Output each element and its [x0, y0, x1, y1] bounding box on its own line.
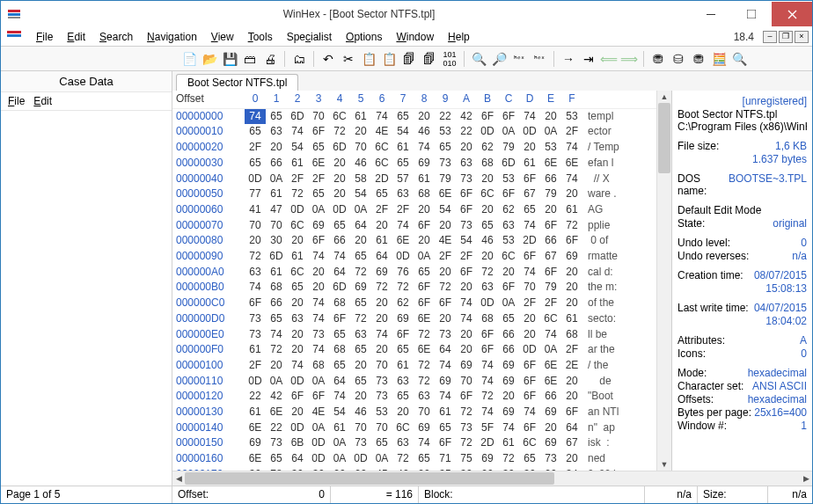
byte-cell[interactable]: 6E — [435, 186, 456, 202]
byte-cell[interactable]: 65 — [245, 156, 266, 172]
byte-cell[interactable]: 70 — [456, 374, 477, 390]
byte-cell[interactable]: 72 — [498, 451, 519, 467]
byte-cell[interactable]: 6F — [456, 202, 477, 218]
byte-cell[interactable]: 69 — [498, 374, 519, 390]
byte-cell[interactable]: 63 — [392, 435, 414, 451]
byte-cell[interactable]: 61 — [266, 265, 287, 281]
byte-cell[interactable]: 72 — [414, 374, 435, 390]
byte-cell[interactable]: 20 — [287, 342, 308, 358]
hex-row[interactable]: 0000015069736B0D0A736563746F722D616C6967… — [172, 435, 656, 451]
scroll-thumb[interactable] — [658, 103, 670, 173]
byte-cell[interactable]: 73 — [456, 420, 477, 436]
scroll-down-icon[interactable]: ▼ — [657, 458, 671, 471]
byte-cell[interactable]: 73 — [456, 218, 477, 234]
byte-cell[interactable]: 20 — [540, 420, 561, 436]
byte-cell[interactable]: 20 — [477, 249, 498, 265]
byte-cell[interactable]: 6F — [477, 342, 498, 358]
byte-cell[interactable]: 0D — [477, 124, 498, 140]
hex-row[interactable]: 000000E0737420736563746F7273206F66207468… — [172, 327, 656, 343]
mdi-minimize-button[interactable]: – — [763, 31, 777, 43]
byte-cell[interactable]: 22 — [245, 389, 266, 405]
byte-cell[interactable]: 6E — [414, 342, 435, 358]
byte-cell[interactable]: 54 — [456, 233, 477, 249]
byte-cell[interactable]: 0A — [498, 124, 519, 140]
byte-cell[interactable]: 75 — [456, 451, 477, 467]
byte-cell[interactable]: 61 — [519, 156, 540, 172]
byte-cell[interactable]: 20 — [561, 296, 582, 311]
byte-cell[interactable]: 20 — [414, 233, 435, 249]
byte-cell[interactable]: 30 — [266, 233, 287, 249]
byte-cell[interactable]: 20 — [350, 389, 371, 405]
hex-view[interactable]: Offset 0123456789ABCDEF 0000000074656D70… — [172, 91, 656, 471]
byte-cell[interactable]: 67 — [561, 435, 582, 451]
hex-row[interactable]: 000001406E220D0A6170706C6965735F746F2064… — [172, 420, 656, 436]
byte-cell[interactable]: 2F — [245, 140, 266, 156]
ascii-cell[interactable]: an NTl — [582, 405, 641, 420]
byte-cell[interactable]: 79 — [540, 280, 561, 296]
byte-cell[interactable]: 20 — [414, 109, 435, 125]
byte-cell[interactable]: 74 — [477, 405, 498, 420]
byte-cell[interactable]: 20 — [245, 233, 266, 249]
byte-cell[interactable]: 20 — [414, 202, 435, 218]
byte-cell[interactable]: 30 — [308, 467, 329, 471]
byte-cell[interactable]: 63 — [477, 280, 498, 296]
menu-help[interactable]: Help — [441, 29, 477, 45]
ascii-cell[interactable]: AG — [582, 202, 641, 218]
byte-cell[interactable]: 39 — [498, 467, 519, 471]
byte-cell[interactable]: 0A — [414, 249, 435, 265]
byte-cell[interactable]: 65 — [414, 265, 435, 281]
byte-cell[interactable]: 22 — [266, 420, 287, 436]
hex-row[interactable]: 000000400D0A2F2F20582D5761797320536F6674… — [172, 172, 656, 187]
menu-specialist[interactable]: Specialist — [280, 29, 339, 45]
byte-cell[interactable]: 22 — [350, 467, 371, 471]
byte-cell[interactable]: 20 — [287, 405, 308, 420]
ascii-cell[interactable]: n" ap — [582, 420, 641, 436]
byte-cell[interactable]: 0A — [266, 172, 287, 187]
byte-cell[interactable]: 73 — [371, 389, 392, 405]
byte-cell[interactable]: 4E — [371, 124, 392, 140]
byte-cell[interactable]: 20 — [266, 358, 287, 374]
ascii-cell[interactable]: ar the — [582, 342, 641, 358]
byte-cell[interactable]: 6F — [519, 374, 540, 390]
byte-cell[interactable]: 6E — [540, 156, 561, 172]
byte-cell[interactable]: 0A — [498, 296, 519, 311]
hex-row[interactable]: 00000090726D61747465640D0A2F2F206C6F6769… — [172, 249, 656, 265]
byte-cell[interactable]: 74 — [561, 140, 582, 156]
ascii-cell[interactable]: secto: — [582, 311, 641, 327]
byte-cell[interactable]: 61 — [266, 186, 287, 202]
byte-cell[interactable]: 6C — [287, 265, 308, 281]
byte-cell[interactable]: 74 — [308, 311, 329, 327]
byte-cell[interactable]: 68 — [266, 280, 287, 296]
byte-cell[interactable]: 74 — [308, 342, 329, 358]
byte-cell[interactable]: 72 — [456, 435, 477, 451]
byte-cell[interactable]: 6F — [435, 435, 456, 451]
byte-cell[interactable]: 61 — [414, 172, 435, 187]
byte-cell[interactable]: 73 — [435, 327, 456, 343]
byte-cell[interactable]: 66 — [540, 389, 561, 405]
find-text-icon[interactable]: ʰᵉˣ — [510, 50, 528, 68]
byte-cell[interactable]: 69 — [498, 358, 519, 374]
byte-cell[interactable]: 63 — [498, 218, 519, 234]
byte-cell[interactable]: 20 — [329, 156, 350, 172]
byte-cell[interactable]: 6F — [456, 265, 477, 281]
byte-cell[interactable]: 61 — [561, 202, 582, 218]
byte-cell[interactable]: 6C — [392, 420, 414, 436]
byte-cell[interactable]: 20 — [435, 218, 456, 234]
byte-cell[interactable]: 74 — [540, 327, 561, 343]
byte-cell[interactable]: 74 — [414, 140, 435, 156]
byte-cell[interactable]: 20 — [477, 202, 498, 218]
byte-cell[interactable]: 64 — [329, 265, 350, 281]
byte-cell[interactable]: 70 — [308, 109, 329, 125]
forward-icon[interactable]: ⟹ — [620, 50, 638, 68]
byte-cell[interactable]: 72 — [266, 342, 287, 358]
ascii-cell[interactable]: isk : — [582, 435, 641, 451]
copy-icon[interactable]: 📋 — [360, 50, 377, 68]
hex-row[interactable]: 000000802030206F6620616E204E5446532D666F… — [172, 233, 656, 249]
byte-cell[interactable]: 61 — [498, 435, 519, 451]
hex-row[interactable]: 000000106563746F72204E544653220D0A0D0A2F… — [172, 124, 656, 140]
byte-cell[interactable]: 78 — [266, 467, 287, 471]
byte-cell[interactable]: 62 — [477, 140, 498, 156]
maximize-button[interactable] — [731, 2, 772, 26]
byte-cell[interactable]: 20 — [540, 109, 561, 125]
ascii-cell[interactable]: / Temp — [582, 140, 641, 156]
